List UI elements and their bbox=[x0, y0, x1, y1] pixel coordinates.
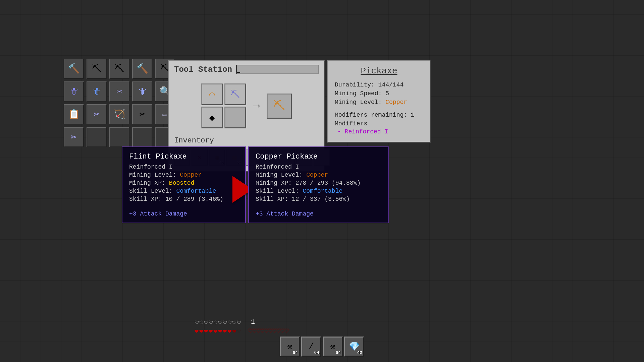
tool-icon: ⛏ bbox=[115, 63, 124, 74]
health-bar: ❤ ❤ ❤ ❤ ❤ ❤ ❤ ❤ ❤ ♡ ♡♡♡♡♡♡♡♡♡♡ bbox=[195, 327, 289, 335]
tooltip-right-mining-level-value: Copper bbox=[306, 172, 328, 178]
crafting-arrow: → bbox=[253, 99, 260, 113]
heart-full-1: ❤ bbox=[195, 327, 199, 335]
tooltip-flint-pickaxe: Flint Pickaxe Reinforced I Mining Level:… bbox=[122, 146, 246, 223]
hud: 🛡🛡🛡🛡🛡🛡🛡🛡🛡🛡 ❤ ❤ ❤ ❤ ❤ ❤ ❤ ❤ ❤ ♡ ♡♡♡♡♡♡♡♡♡… bbox=[0, 320, 644, 362]
tool-icon: 🗡 bbox=[69, 86, 78, 97]
tool-slot[interactable]: 📋 bbox=[64, 104, 84, 124]
tool-slot[interactable]: 🗡 bbox=[132, 81, 152, 102]
hotbar-item-4-count: 42 bbox=[357, 350, 362, 355]
tool-icon: ✂ bbox=[71, 131, 77, 143]
heart-empty: ♡ bbox=[237, 327, 241, 335]
tooltip-right-mining-xp: Mining XP: 278 / 293 (94.88%) bbox=[256, 180, 382, 186]
heart-full-2: ❤ bbox=[199, 327, 203, 335]
tool-slot[interactable]: ✂ bbox=[132, 104, 152, 124]
info-mining-speed: Mining Speed: 5 bbox=[335, 90, 423, 97]
craft-slot-1[interactable]: ⌒ bbox=[201, 83, 223, 105]
tool-slot[interactable]: 🔨 bbox=[64, 59, 84, 79]
tool-slot[interactable]: 🏹 bbox=[109, 104, 129, 124]
tool-icon: ✂ bbox=[117, 86, 122, 97]
inventory-label: Inventory bbox=[169, 134, 324, 147]
tooltip-left-modifier: Reinforced I bbox=[129, 164, 238, 170]
craft-item-pickaxe-icon: ⛏ bbox=[230, 89, 240, 100]
info-mining-level: Mining Level: Copper bbox=[335, 99, 423, 106]
info-panel-title: Pickaxe bbox=[335, 66, 423, 76]
tool-slot-empty bbox=[132, 127, 152, 147]
tool-slot-empty bbox=[109, 127, 129, 147]
tool-slot[interactable]: 🗡 bbox=[87, 81, 107, 102]
tooltip-left-mining-level: Mining Level: Copper bbox=[129, 172, 238, 178]
hotbar-item-1-icon: ⚒ bbox=[287, 341, 292, 352]
craft-slot-4[interactable] bbox=[224, 107, 246, 128]
tooltip-left-skill-level-value: Comfortable bbox=[176, 188, 216, 194]
info-modifiers-label: Modifiers bbox=[335, 120, 423, 127]
tool-icon: 🗡 bbox=[138, 86, 147, 97]
crafting-input-slots: ⌒ ⛏ ◆ bbox=[201, 83, 246, 128]
craft-item-handle-icon: ⌒ bbox=[209, 88, 215, 101]
crafting-output-slot[interactable]: ⛏ bbox=[267, 94, 292, 119]
tooltip-left-mining-xp: Mining XP: Boosted bbox=[129, 180, 238, 186]
info-modifier-1: - Reinforced I bbox=[337, 128, 423, 135]
tooltip-right-skill-xp: Skill XP: 12 / 337 (3.56%) bbox=[256, 196, 382, 202]
tool-slot[interactable]: ✂ bbox=[87, 104, 107, 124]
crafting-area: ⌒ ⛏ ◆ → ⛏ bbox=[169, 78, 324, 134]
tooltip-left-skill-xp: Skill XP: 10 / 289 (3.46%) bbox=[129, 196, 238, 202]
tool-station-name-input[interactable] bbox=[236, 65, 319, 74]
hotbar-item-3-icon: ⚒ bbox=[330, 341, 335, 352]
tool-slot-empty bbox=[87, 127, 107, 147]
craft-item-flint-icon: ◆ bbox=[209, 112, 215, 123]
output-pickaxe-icon: ⛏ bbox=[274, 99, 285, 113]
hotbar-slot-3[interactable]: ⚒ 64 bbox=[323, 337, 343, 357]
tooltip-right-attack-damage: +3 Attack Damage bbox=[256, 210, 382, 217]
armor-bar: 🛡🛡🛡🛡🛡🛡🛡🛡🛡🛡 bbox=[195, 320, 241, 325]
left-sidebar: 🔨 ⛏ ⛏ 🔨 ⛏ 🗡 🗡 ✂ 🗡 🔍 📋 ✂ 🏹 ✂ ✏ ✂ bbox=[64, 59, 175, 147]
craft-slot-2[interactable]: ⛏ bbox=[224, 83, 246, 105]
tool-icon: 🏹 bbox=[114, 109, 125, 120]
hotbar-item-1-count: 64 bbox=[292, 350, 298, 355]
heart-full-3: ❤ bbox=[204, 327, 208, 335]
tool-icon: 🗡 bbox=[92, 86, 101, 97]
heart-full-7: ❤ bbox=[223, 327, 227, 335]
heart-half: ❤ bbox=[232, 327, 236, 335]
tool-icon: ⛏ bbox=[92, 63, 101, 74]
info-panel: Pickaxe Durability: 144/144 Mining Speed… bbox=[327, 60, 431, 143]
hotbar-slot-1[interactable]: ⚒ 64 bbox=[280, 337, 300, 357]
tool-icon: 🔨 bbox=[137, 63, 148, 74]
tool-slot[interactable]: ⛏ bbox=[87, 59, 107, 79]
tool-station-title: Tool Station bbox=[174, 65, 232, 74]
extra-hearts: ♡♡♡♡♡♡♡♡♡♡ bbox=[248, 327, 288, 335]
info-mining-level-value: Copper bbox=[385, 99, 407, 106]
heart-full-5: ❤ bbox=[213, 327, 217, 335]
tool-slot[interactable]: 🔨 bbox=[132, 59, 152, 79]
tooltip-right-modifier: Reinforced I bbox=[256, 164, 382, 170]
tool-icon: ✂ bbox=[140, 109, 145, 120]
craft-slot-3[interactable]: ◆ bbox=[201, 107, 223, 128]
tool-icon: 📋 bbox=[68, 109, 80, 120]
heart-full-8: ❤ bbox=[227, 327, 231, 335]
hotbar-item-2-icon: / bbox=[309, 342, 314, 352]
tooltip-right-title: Copper Pickaxe bbox=[256, 153, 382, 161]
hotbar-slot-4[interactable]: 💎 42 bbox=[344, 337, 364, 357]
tool-slot[interactable]: ✂ bbox=[109, 81, 129, 102]
tooltip-right-skill-level-value: Comfortable bbox=[303, 188, 342, 194]
heart-full-6: ❤ bbox=[218, 327, 222, 335]
tool-slot[interactable]: 🗡 bbox=[64, 81, 84, 102]
tooltip-left-skill-level: Skill Level: Comfortable bbox=[129, 188, 238, 194]
tool-slot[interactable]: ✂ bbox=[64, 127, 84, 147]
tooltip-left-title: Flint Pickaxe bbox=[129, 153, 238, 161]
tooltip-right-mining-level: Mining Level: Copper bbox=[256, 172, 382, 178]
armor-icon: 🛡🛡🛡🛡🛡🛡🛡🛡🛡🛡 bbox=[195, 320, 241, 325]
tooltip-right-skill-level: Skill Level: Comfortable bbox=[256, 188, 382, 194]
info-durability: Durability: 144/144 bbox=[335, 81, 423, 88]
tool-icon: 🔨 bbox=[68, 63, 80, 74]
tooltip-copper-pickaxe: Copper Pickaxe Reinforced I Mining Level… bbox=[248, 146, 389, 223]
tooltip-left-attack-damage: +3 Attack Damage bbox=[129, 210, 238, 217]
hotbar-slot-2[interactable]: / 64 bbox=[301, 337, 321, 357]
tool-icon: ✏ bbox=[162, 109, 168, 120]
tool-slot[interactable]: ⛏ bbox=[109, 59, 129, 79]
tool-station-header: Tool Station bbox=[169, 61, 324, 78]
item-count-label: 1 bbox=[251, 318, 255, 326]
hotbar-item-2-count: 64 bbox=[314, 350, 319, 355]
heart-full-4: ❤ bbox=[209, 327, 213, 335]
hotbar-item-3-count: 64 bbox=[335, 350, 341, 355]
